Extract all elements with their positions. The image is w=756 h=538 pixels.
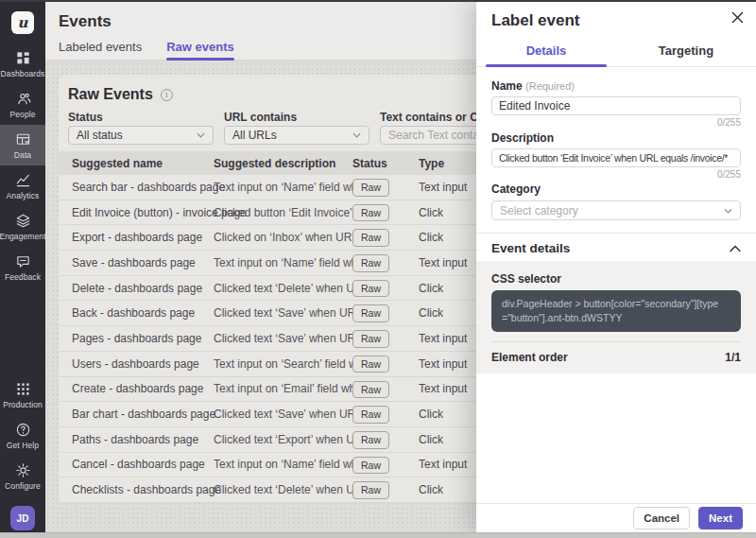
row-suggested-description: Clicked text ‘Delete’ when URL e...	[214, 282, 352, 295]
drawer-body: Name (Required) 0/255 Description 0/255 …	[476, 67, 756, 503]
row-suggested-name: Save - dashboards page	[72, 256, 214, 269]
row-status-cell: Raw	[352, 178, 419, 197]
status-badge[interactable]: Raw	[352, 356, 389, 373]
row-status-cell: Raw	[352, 279, 419, 298]
dashboards-icon	[15, 50, 31, 66]
chevron-down-icon	[197, 132, 205, 138]
status-badge[interactable]: Raw	[352, 229, 389, 247]
row-status-cell: Raw	[352, 480, 419, 499]
gear-icon	[15, 462, 31, 478]
row-status-cell: Raw	[352, 380, 419, 399]
name-field[interactable]	[491, 96, 741, 115]
tab-labeled-events[interactable]: Labeled events	[59, 40, 142, 60]
row-suggested-description: Clicked text ‘Save’ when URL eq...	[214, 332, 352, 345]
row-suggested-description: Clicked button ‘Edit Invoice’ whe...	[214, 206, 352, 219]
row-status-cell: Raw	[352, 228, 419, 247]
status-badge[interactable]: Raw	[352, 406, 389, 424]
sidebar-item-get-help[interactable]: Get Help	[0, 415, 45, 456]
status-badge[interactable]: Raw	[352, 304, 389, 322]
drawer-tab-details[interactable]: Details	[476, 38, 616, 66]
status-badge[interactable]: Raw	[352, 280, 389, 298]
row-suggested-description: Clicked text ‘Save’ when URL eq...	[214, 408, 352, 421]
row-suggested-name: Paths - dashboards page	[72, 433, 214, 446]
sidebar-item-engagement[interactable]: Engagement	[0, 206, 45, 247]
sidebar-nav-bottom: ProductionGet HelpConfigure	[0, 374, 45, 500]
event-details-header[interactable]: Event details	[476, 234, 756, 261]
status-badge[interactable]: Raw	[352, 431, 389, 449]
sidebar-item-label: Dashboards	[1, 69, 45, 78]
column-header: Suggested name	[72, 157, 214, 170]
close-icon[interactable]	[726, 6, 748, 28]
filter-value: All URLs	[232, 129, 277, 142]
sidebar-item-dashboards[interactable]: Dashboards	[0, 43, 45, 84]
row-status-cell: Raw	[352, 329, 419, 348]
sidebar-item-feedback[interactable]: Feedback	[0, 247, 45, 287]
raw-events-title: Raw Events	[68, 86, 153, 103]
event-details-title: Event details	[491, 241, 570, 255]
row-suggested-description: Text input on ‘Name’ field when...	[214, 181, 352, 194]
status-badge[interactable]: Raw	[352, 481, 389, 499]
row-suggested-name: Users - dashboards page	[72, 357, 214, 371]
row-suggested-name: Back - dashboards page	[72, 306, 214, 320]
status-badge[interactable]: Raw	[352, 381, 389, 399]
sidebar: u DashboardsPeopleDataAnalyticsEngagemen…	[0, 0, 45, 538]
status-badge[interactable]: Raw	[352, 179, 389, 197]
sidebar-item-people[interactable]: People	[0, 84, 45, 125]
filter-url-contains: URL containsAll URLs	[224, 111, 369, 145]
filter-select[interactable]: All status	[68, 126, 214, 145]
status-badge[interactable]: Raw	[352, 330, 389, 348]
status-badge[interactable]: Raw	[352, 254, 389, 272]
sidebar-item-label: Data	[14, 150, 31, 160]
row-suggested-description: Clicked text ‘Delete’ when URL e...	[214, 483, 352, 496]
row-status-cell: Raw	[352, 430, 419, 449]
filter-label: Status	[68, 111, 214, 126]
next-button[interactable]: Next	[698, 507, 743, 529]
app-logo[interactable]: u	[11, 11, 34, 34]
filter-value: All status	[77, 129, 123, 142]
name-label: Name (Required)	[491, 79, 741, 93]
sidebar-item-production[interactable]: Production	[0, 374, 45, 415]
sidebar-item-analytics[interactable]: Analytics	[0, 165, 45, 206]
row-suggested-name: Checklists - dashboards page	[72, 483, 214, 496]
analytics-icon	[15, 172, 31, 188]
drawer-tab-targeting[interactable]: Targeting	[616, 38, 756, 66]
sidebar-item-label: Configure	[5, 481, 41, 491]
avatar[interactable]: JD	[10, 506, 35, 530]
element-order-row: Element order 1/1	[491, 342, 741, 373]
description-field[interactable]	[491, 148, 741, 167]
chevron-up-icon	[730, 245, 741, 252]
feedback-icon	[15, 253, 31, 269]
sidebar-item-label: People	[9, 110, 35, 119]
drawer-title: Label event	[476, 0, 756, 30]
status-badge[interactable]: Raw	[352, 457, 389, 475]
row-status-cell: Raw	[352, 253, 419, 272]
row-suggested-name: Pages - dashboards page	[72, 332, 214, 345]
element-order-label: Element order	[491, 351, 568, 364]
info-icon[interactable]: i	[161, 89, 173, 101]
sidebar-item-label: Engagement	[0, 232, 46, 241]
row-suggested-name: Bar chart - dashboards page	[72, 408, 214, 421]
window-top-edge	[0, 0, 756, 2]
app-window: u DashboardsPeopleDataAnalyticsEngagemen…	[0, 0, 756, 538]
category-select[interactable]: Select category	[491, 200, 741, 220]
label-event-drawer: Label event DetailsTargeting Name (Requi…	[476, 0, 756, 532]
sidebar-item-label: Feedback	[5, 272, 41, 282]
chevron-down-icon	[352, 132, 361, 138]
filter-select[interactable]: All URLs	[224, 126, 369, 145]
row-suggested-description: Clicked text ‘Export’ when URL e...	[214, 433, 352, 446]
tab-raw-events[interactable]: Raw events	[166, 40, 234, 60]
status-badge[interactable]: Raw	[352, 204, 389, 222]
sidebar-item-data[interactable]: Data	[0, 125, 45, 165]
cancel-button[interactable]: Cancel	[633, 507, 690, 529]
row-suggested-name: Search bar - dashboards page	[72, 181, 214, 194]
drawer-tabs: DetailsTargeting	[476, 38, 756, 67]
people-icon	[15, 91, 31, 107]
sidebar-item-configure[interactable]: Configure	[0, 456, 45, 496]
column-header: Status	[352, 157, 419, 170]
chevron-down-icon	[724, 208, 732, 214]
sidebar-item-label: Get Help	[7, 441, 39, 450]
css-selector-label: CSS selector	[491, 272, 741, 286]
row-suggested-description: Clicked on ‘Inbox’ when URL eq...	[214, 231, 352, 244]
row-suggested-description: Text input on ‘Name’ field when...	[214, 256, 352, 269]
row-suggested-description: Clicked text ‘Save’ when URL eq...	[214, 306, 352, 320]
